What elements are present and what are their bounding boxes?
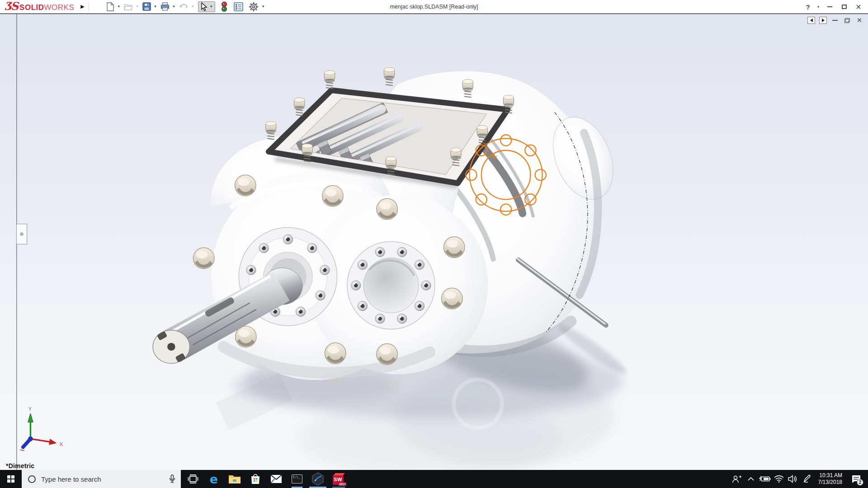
minimize-button[interactable] <box>824 1 835 12</box>
triad-y-label: Y <box>28 406 32 412</box>
doc-minimize-button[interactable] <box>831 17 839 24</box>
menu-flyout-arrow-icon[interactable]: ▶ <box>80 4 84 9</box>
task-view-button[interactable] <box>183 470 203 488</box>
print-dropdown-caret[interactable]: ▼ <box>172 5 176 9</box>
taskbar-clock[interactable]: 10:31 AM 7/13/2018 <box>815 472 845 486</box>
volume-button[interactable] <box>787 470 799 488</box>
open-dropdown-caret[interactable]: ▼ <box>136 5 139 9</box>
orientation-triad: X Y <box>20 406 63 450</box>
chevron-up-icon <box>747 477 755 481</box>
rebuild-traffic-light-button[interactable] <box>221 0 228 13</box>
feature-tree-divider[interactable] <box>16 14 27 470</box>
speaker-icon <box>788 475 798 483</box>
hexagon-app-button[interactable] <box>307 470 328 488</box>
titlebar: ƷS SOLIDWORKS ▶ ▼ ▼ <box>0 0 868 14</box>
brand-solid-text: SOLID <box>19 3 44 12</box>
people-icon <box>732 474 742 483</box>
view-orientation-label: *Dimetric <box>6 462 34 469</box>
file-explorer-icon <box>228 474 241 484</box>
new-document-button[interactable] <box>106 1 115 12</box>
doc-restore-button[interactable] <box>843 17 851 24</box>
clock-time: 10:31 AM <box>818 472 842 479</box>
store-button[interactable] <box>245 470 266 488</box>
people-button[interactable] <box>731 470 743 488</box>
rebuild-traffic-light-icon <box>221 1 227 12</box>
mail-button[interactable] <box>266 470 287 488</box>
edge-button[interactable]: e <box>203 470 224 488</box>
microphone-icon[interactable] <box>169 474 175 483</box>
doc-minimize-icon <box>832 20 838 21</box>
options-button[interactable] <box>248 1 259 13</box>
undo-button[interactable] <box>178 2 189 12</box>
open-document-icon <box>124 3 133 11</box>
options-dropdown-caret[interactable]: ▼ <box>261 5 265 9</box>
file-explorer-button[interactable] <box>224 470 245 488</box>
help-button[interactable]: ? <box>802 1 814 12</box>
pen-icon <box>802 474 811 483</box>
left-arrow-icon <box>810 19 813 22</box>
save-icon <box>142 2 151 11</box>
next-pane-button[interactable] <box>819 17 827 24</box>
mail-icon <box>270 474 282 483</box>
file-properties-icon <box>234 2 243 11</box>
windows-logo-icon <box>7 475 14 483</box>
document-window-controls: ✕ <box>807 17 863 24</box>
open-document-button[interactable] <box>123 2 133 12</box>
start-button[interactable] <box>0 470 22 488</box>
previous-pane-button[interactable] <box>807 17 815 24</box>
save-button[interactable] <box>142 1 151 12</box>
minimize-icon <box>827 6 832 7</box>
battery-button[interactable] <box>759 470 771 488</box>
file-properties-button[interactable] <box>233 1 244 12</box>
show-hidden-icons-button[interactable] <box>745 470 757 488</box>
action-center-button[interactable]: 2 <box>847 470 865 488</box>
hexagon-app-icon <box>311 472 324 486</box>
restore-button[interactable] <box>838 1 850 12</box>
taskbar-apps: e <box>183 470 349 488</box>
new-dropdown-caret[interactable]: ▼ <box>117 5 121 9</box>
notification-badge: 2 <box>857 479 863 486</box>
new-document-icon <box>106 2 114 11</box>
window-controls: ? ▼ ✕ <box>802 0 864 14</box>
print-button[interactable] <box>160 1 170 12</box>
solidworks-2017-button[interactable]: SW 2017 <box>328 470 349 488</box>
solidworks-logo: ƷS SOLIDWORKS <box>0 1 74 12</box>
brand-works-text: WORKS <box>44 3 75 12</box>
solidworks-2017-icon: SW 2017 <box>333 473 345 485</box>
solidworks-logo-icon: ƷS <box>5 1 18 12</box>
command-prompt-icon: C:\_ <box>292 474 302 483</box>
gearbox-model-canvas[interactable]: X Y <box>0 14 868 470</box>
select-dropdown-caret[interactable]: ▼ <box>209 5 213 9</box>
options-gear-icon <box>249 2 259 12</box>
system-tray: 10:31 AM 7/13/2018 2 <box>731 470 868 488</box>
right-arrow-icon <box>822 19 825 22</box>
toolbar-separator <box>88 2 89 12</box>
task-view-icon <box>188 474 198 484</box>
graphics-viewport[interactable]: X Y ✕ *Dimetric <box>0 14 868 470</box>
cortana-icon <box>28 475 36 483</box>
doc-close-button[interactable]: ✕ <box>855 17 863 24</box>
doc-restore-icon <box>844 18 850 23</box>
clock-date: 7/13/2018 <box>818 479 842 486</box>
print-icon <box>160 2 170 11</box>
help-dropdown-caret[interactable]: ▼ <box>816 5 821 9</box>
search-input[interactable] <box>41 475 169 483</box>
solidworks-window: ƷS SOLIDWORKS ▶ ▼ ▼ <box>0 0 868 488</box>
triad-x-label: X <box>59 441 63 447</box>
close-button[interactable]: ✕ <box>853 1 864 12</box>
undo-dropdown-caret[interactable]: ▼ <box>191 5 194 9</box>
windows-ink-button[interactable] <box>801 470 813 488</box>
store-icon <box>250 474 261 484</box>
divider-grip-dot <box>20 232 24 236</box>
wifi-button[interactable] <box>773 470 785 488</box>
taskbar-search[interactable] <box>22 470 181 488</box>
command-prompt-button[interactable]: C:\_ <box>287 470 307 488</box>
save-dropdown-caret[interactable]: ▼ <box>154 5 157 9</box>
wifi-icon <box>774 475 784 483</box>
select-cursor-icon <box>199 2 208 11</box>
main-toolbar: ▼ ▼ ▼ <box>105 0 267 13</box>
edge-icon: e <box>210 473 218 485</box>
restore-icon <box>842 5 847 9</box>
battery-charging-icon <box>759 476 771 482</box>
select-tool-button[interactable]: ▼ <box>198 1 215 12</box>
